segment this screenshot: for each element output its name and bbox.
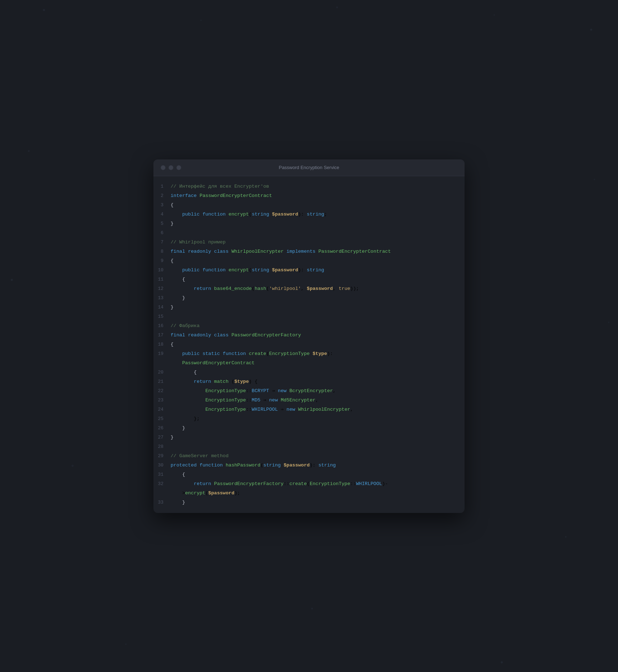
table-row: 22 EncryptionType::BCRYPT ⇒ new BcryptEn… (153, 386, 465, 396)
table-row: 5 } (153, 219, 465, 228)
table-row: 33 } (153, 498, 465, 507)
table-row: 1 // Интерфейс для всех Encrypter'ов (153, 182, 465, 191)
table-row: 26 } (153, 424, 465, 433)
table-row: 6 (153, 228, 465, 238)
table-row: 30 protected function hashPassword(strin… (153, 461, 465, 470)
code-editor[interactable]: 1 // Интерфейс для всех Encrypter'ов 2 i… (153, 176, 465, 513)
table-row: 17 final readonly class PasswordEncrypte… (153, 331, 465, 340)
window-title: Password Encryption Service (279, 165, 339, 170)
close-button[interactable] (161, 165, 166, 170)
table-row: 20 { (153, 368, 465, 377)
table-row: 3 { (153, 201, 465, 210)
table-row: 10 public function encrypt(string $passw… (153, 266, 465, 275)
table-row: 24 EncryptionType::WHIRLPOOL ⇒ new Whirl… (153, 405, 465, 414)
titlebar: Password Encryption Service (153, 159, 465, 176)
table-row: 14 } (153, 303, 465, 312)
table-row: 4 public function encrypt(string $passwo… (153, 210, 465, 219)
table-row: 19 public static function create(Encrypt… (153, 349, 465, 359)
table-row: 21 return match ($type) { (153, 377, 465, 386)
table-row: 8 final readonly class WhirlpoolEncrypte… (153, 247, 465, 256)
table-row: PasswordEncrypterContract (153, 359, 465, 368)
table-row: 15 (153, 312, 465, 321)
table-row: 13 } (153, 293, 465, 303)
table-row: 11 { (153, 275, 465, 284)
table-row: 25 }; (153, 414, 465, 424)
table-row: 31 { (153, 470, 465, 479)
table-row: 2 interface PasswordEncrypterContract (153, 191, 465, 201)
table-row: >encrypt($password); (153, 489, 465, 498)
table-row: 18 { (153, 340, 465, 349)
traffic-lights (161, 165, 181, 170)
code-window: Password Encryption Service 1 // Интерфе… (153, 159, 465, 513)
table-row: 29 // GameServer method (153, 451, 465, 461)
table-row: 12 return base64_encode(hash('whirlpool'… (153, 284, 465, 293)
maximize-button[interactable] (176, 165, 181, 170)
table-row: 23 EncryptionType::MD5 ⇒ new Md5Encrypte… (153, 396, 465, 405)
table-row: 16 // Фабрика (153, 321, 465, 331)
table-row: 7 // Whirlpool пример (153, 238, 465, 247)
table-row: 32 return PasswordEncrypterFactory::crea… (153, 479, 465, 489)
table-row: 9 { (153, 256, 465, 266)
minimize-button[interactable] (168, 165, 173, 170)
table-row: 28 (153, 442, 465, 451)
table-row: 27 } (153, 433, 465, 442)
